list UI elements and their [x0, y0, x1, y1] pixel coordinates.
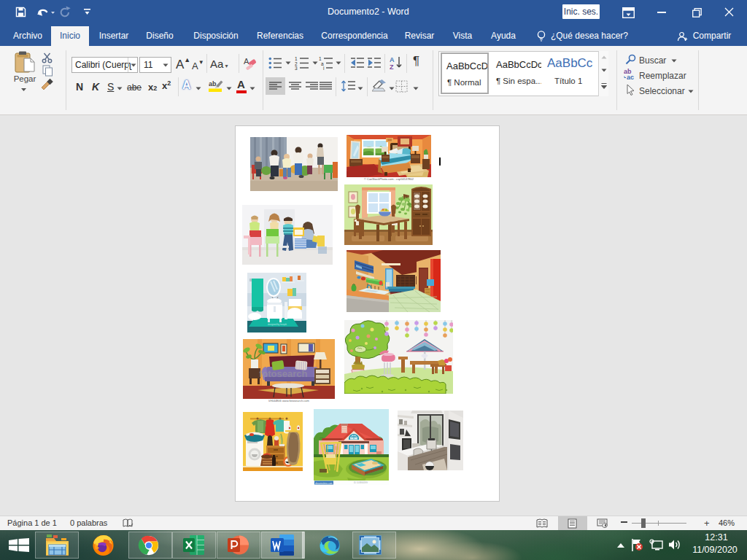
svg-text:fotosearch: fotosearch	[259, 368, 308, 379]
svg-text:ac: ac	[627, 74, 634, 80]
svg-text:Z: Z	[390, 63, 394, 70]
svg-text:designed by freepik: designed by freepik	[268, 323, 287, 326]
svg-text:A: A	[390, 56, 395, 63]
svg-text:i: i	[323, 66, 324, 70]
svg-text:dreamstime.com: dreamstime.com	[315, 482, 333, 485]
svg-text:ID 103866399: ID 103866399	[354, 481, 368, 484]
svg-text:ab: ab	[209, 80, 217, 88]
svg-text:3: 3	[295, 66, 298, 70]
svg-text:A: A	[244, 57, 249, 66]
